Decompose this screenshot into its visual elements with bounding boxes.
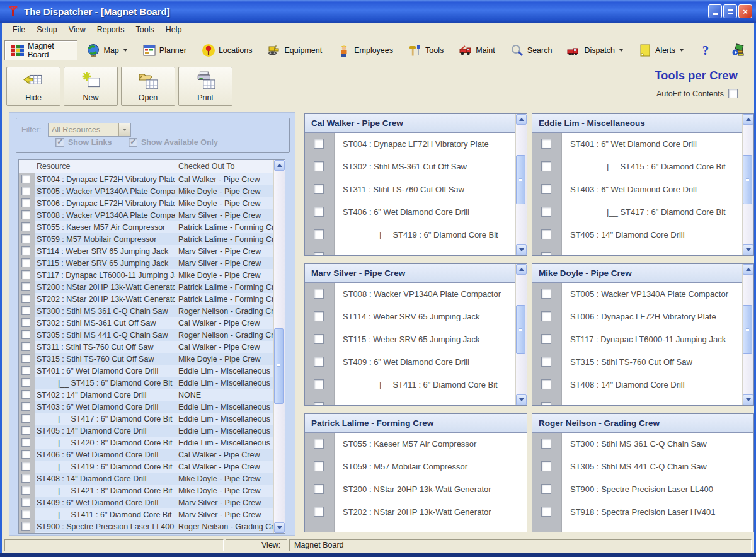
checkbox[interactable] <box>314 289 324 299</box>
checkbox[interactable] <box>541 439 551 449</box>
checkbox[interactable] <box>21 306 30 315</box>
crew-item[interactable]: ST117 : Dynapac LT6000-11 Jumping Jack <box>561 328 742 351</box>
crew-item[interactable]: |__ ST420 : 8" Diamond Core Bit <box>561 246 742 255</box>
toolbar-locations[interactable]: Locations <box>195 40 259 60</box>
crew-item[interactable]: ST401 : 6" Wet Diamond Core Drill <box>561 133 742 156</box>
checkbox[interactable] <box>21 187 30 195</box>
menu-setup[interactable]: Setup <box>31 24 63 35</box>
dropdown-arrow-icon[interactable] <box>123 49 127 52</box>
checkbox[interactable] <box>541 161 551 171</box>
menu-help[interactable]: Help <box>160 24 188 35</box>
checkbox[interactable] <box>21 450 30 459</box>
menu-reports[interactable]: Reports <box>91 24 130 35</box>
table-row[interactable]: ST401 : 6" Wet Diamond Core DrillEddie L… <box>35 365 273 377</box>
checkbox[interactable] <box>541 461 551 471</box>
checkbox[interactable] <box>314 507 324 517</box>
checkbox[interactable] <box>21 414 30 423</box>
crew-item[interactable]: ST406 : 6" Wet Diamond Core Drill <box>334 201 515 224</box>
table-row[interactable]: ST405 : 14" Diamond Core DrillEddie Lim … <box>35 425 273 437</box>
scroll-track[interactable] <box>743 125 753 244</box>
scroll-thumb[interactable] <box>743 155 752 204</box>
scroll-up-button[interactable] <box>743 264 753 275</box>
crew-item[interactable]: ST900 : Spectre Precision Laser LL400 <box>561 478 753 501</box>
checkbox[interactable] <box>314 139 324 149</box>
checkbox[interactable] <box>21 330 30 339</box>
table-row[interactable]: ST005 : Wacker VP1340A Plate CompactorMi… <box>35 185 273 197</box>
checkbox[interactable] <box>541 484 551 494</box>
checkbox[interactable] <box>21 246 30 255</box>
crew-item[interactable]: ST202 : NStar 20HP 13k-Watt Generator <box>334 501 527 524</box>
crew-item[interactable]: |__ ST415 : 6" Diamond Core Bit <box>561 156 742 178</box>
scroll-thumb[interactable] <box>516 155 525 204</box>
table-row[interactable]: ST055 : Kaeser M57 Air CompressorPatrick… <box>35 221 273 233</box>
print-button[interactable]: Print <box>178 67 232 106</box>
checkbox[interactable] <box>21 210 30 219</box>
crew-item[interactable]: ST408 : 14" Diamond Core Drill <box>561 374 742 396</box>
table-row[interactable]: ST302 : Stihl MS-361 Cut Off SawCal Walk… <box>35 317 273 329</box>
toolbar-map[interactable]: Map <box>80 40 133 60</box>
menu-view[interactable]: View <box>63 24 91 35</box>
checkbox[interactable] <box>21 175 30 183</box>
crew-item[interactable]: ST302 : Stihl MS-361 Cut Off Saw <box>334 156 515 178</box>
scroll-down-button[interactable] <box>743 394 753 405</box>
crew-item[interactable]: ST115 : Weber SRV 65 Jumping Jack <box>334 328 515 351</box>
crew-item[interactable]: ST200 : NStar 20HP 13k-Watt Generator <box>334 478 527 501</box>
crew-item[interactable]: ST916 : Spectre Prec Laser HV301 <box>334 396 515 405</box>
crew-item[interactable]: ST403 : 6" Wet Diamond Core Drill <box>561 178 742 201</box>
checkbox[interactable] <box>129 138 137 147</box>
hide-button[interactable]: Hide <box>6 67 60 106</box>
scroll-track[interactable] <box>274 171 285 522</box>
checkbox[interactable] <box>541 379 551 389</box>
crew-item[interactable]: ST911 : Spectre Prec DC711 Pipe Laser <box>334 246 515 255</box>
scroll-down-button[interactable] <box>274 522 285 533</box>
checkbox[interactable] <box>541 252 551 255</box>
checkbox[interactable] <box>541 507 551 517</box>
vertical-scrollbar[interactable] <box>742 114 753 255</box>
minimize-button[interactable] <box>708 4 722 18</box>
checkbox[interactable] <box>21 282 30 291</box>
toolbar-employees[interactable]: Employees <box>331 40 399 60</box>
checkbox[interactable] <box>314 184 324 194</box>
crew-item[interactable]: ST059 : M57 Mobilair Compressor <box>334 456 527 478</box>
filter-dropdown[interactable]: All Resources <box>48 123 131 137</box>
checkbox[interactable] <box>21 522 30 531</box>
checkbox[interactable] <box>21 342 30 351</box>
checkbox[interactable] <box>314 252 324 255</box>
table-row[interactable]: ST006 : Dynapac LF72H Vibratory PlateMik… <box>35 197 273 209</box>
dropdown-arrow-icon[interactable] <box>680 49 684 52</box>
table-row[interactable]: ST315 : Stihl TS-760 Cut Off SawMike Doy… <box>35 353 273 365</box>
table-row[interactable]: |__ ST417 : 6" Diamond Core BitEddie Lim… <box>35 413 273 425</box>
scroll-down-button[interactable] <box>516 244 527 255</box>
checkbox[interactable] <box>21 486 30 495</box>
close-button[interactable]: × <box>738 4 752 18</box>
checkbox[interactable] <box>314 484 324 494</box>
table-row[interactable]: ST305 : Stihl MS 441 C-Q Chain SawRoger … <box>35 329 273 341</box>
checkbox[interactable] <box>21 462 30 471</box>
vertical-scrollbar[interactable] <box>515 114 527 255</box>
table-row[interactable]: ST408 : 14" Diamond Core DrillMike Doyle… <box>35 473 273 485</box>
scroll-track[interactable] <box>743 275 753 394</box>
toolbar-media-icon[interactable] <box>724 40 754 60</box>
checkbox[interactable] <box>314 402 324 405</box>
crew-item[interactable]: |__ ST411 : 6" Diamond Core Bit <box>334 374 515 396</box>
checkbox[interactable] <box>21 366 30 375</box>
scroll-up-button[interactable] <box>516 114 527 125</box>
table-row[interactable]: ST300 : Stihl MS 361 C-Q Chain SawRoger … <box>35 305 273 317</box>
toolbar-equipment[interactable]: Equipment <box>261 40 328 60</box>
checkbox[interactable] <box>55 138 64 147</box>
crew-item[interactable]: ST055 : Kaeser M57 Air Compressor <box>334 433 527 456</box>
table-row[interactable]: ST402 : 14" Diamond Core DrillNONE <box>35 389 273 401</box>
crew-item[interactable]: ST409 : 6" Wet Diamond Core Drill <box>334 351 515 374</box>
toolbar-dispatch[interactable]: Dispatch <box>561 40 629 60</box>
checkbox[interactable] <box>541 311 551 321</box>
checkbox[interactable] <box>21 378 30 387</box>
crew-item[interactable]: ST918 : Spectra Precision Laser HV401 <box>561 501 753 524</box>
scroll-down-button[interactable] <box>516 394 527 405</box>
crew-item[interactable]: ST005 : Wacker VP1340A Plate Compactor <box>561 283 742 306</box>
scroll-thumb[interactable] <box>743 305 752 354</box>
crew-item[interactable]: ST300 : Stihl MS 361 C-Q Chain Saw <box>561 433 753 456</box>
table-row[interactable]: |__ ST419 : 6" Diamond Core BitCal Walke… <box>35 461 273 473</box>
table-row[interactable]: ST004 : Dynapac LF72H Vibratory PlateCal… <box>35 173 273 185</box>
checkbox[interactable] <box>21 498 30 507</box>
crew-item[interactable]: |__ ST419 : 6" Diamond Core Bit <box>334 224 515 246</box>
